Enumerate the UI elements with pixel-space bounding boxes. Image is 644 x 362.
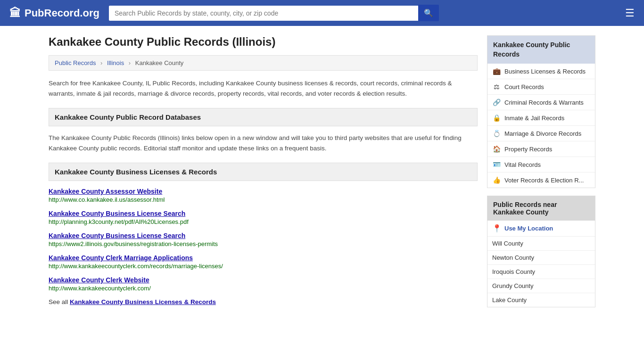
search-bar-container: 🔍 (109, 5, 439, 21)
business-icon: 💼 (492, 67, 501, 75)
sidebar-categories-list: 💼 Business Licenses & Records ⚖ Court Re… (487, 64, 595, 188)
sidebar-item-property[interactable]: 🏠 Property Records (487, 141, 595, 157)
sidebar-records-box: Kankakee County Public Records 💼 Busines… (487, 35, 595, 188)
breadcrumb-sep-2: › (129, 59, 131, 66)
inmate-icon: 🔒 (492, 114, 501, 122)
nearby-county-0[interactable]: Will County (487, 237, 595, 251)
record-title-1[interactable]: Kankakee County Business License Search (49, 210, 185, 217)
logo-text: PubRecord.org (25, 7, 99, 19)
see-all-link[interactable]: Kankakee County Business Licenses & Reco… (70, 298, 216, 305)
breadcrumb-illinois[interactable]: Illinois (107, 59, 124, 66)
criminal-icon: 🔗 (492, 99, 501, 106)
site-logo[interactable]: 🏛 PubRecord.org (9, 7, 99, 20)
breadcrumb-sep-1: › (100, 59, 102, 66)
use-location-label: Use My Location (504, 225, 553, 232)
sidebar-link-property[interactable]: 🏠 Property Records (487, 141, 595, 156)
record-title-4[interactable]: Kankakee County Clerk Website (49, 276, 149, 284)
content-area: Kankakee County Public Records (Illinois… (49, 35, 478, 315)
sidebar-label-property: Property Records (504, 146, 552, 153)
vital-icon: 🪪 (492, 161, 501, 168)
record-url-4: http://www.kankakeecountyclerk.com/ (49, 285, 478, 292)
record-title-0[interactable]: Kankakee County Assessor Website (49, 188, 162, 195)
record-url-1: http://planning.k3county.net/pdf/All%20L… (49, 218, 478, 225)
nearby-county-link-2[interactable]: Iroquois County (492, 268, 590, 275)
sidebar-item-inmate[interactable]: 🔒 Inmate & Jail Records (487, 110, 595, 126)
record-url-2: https://www2.illinois.gov/business/regis… (49, 240, 478, 247)
use-location-item[interactable]: 📍 Use My Location (487, 221, 595, 237)
sidebar: Kankakee County Public Records 💼 Busines… (487, 35, 595, 315)
sidebar-item-business[interactable]: 💼 Business Licenses & Records (487, 64, 595, 79)
sidebar-item-marriage[interactable]: 💍 Marriage & Divorce Records (487, 126, 595, 141)
search-input[interactable] (109, 6, 418, 21)
nearby-county-4[interactable]: Lake County (487, 293, 595, 307)
sidebar-link-vital[interactable]: 🪪 Vital Records (487, 157, 595, 172)
search-button[interactable]: 🔍 (418, 5, 439, 21)
record-entry-4: Kankakee County Clerk Website http://www… (49, 276, 478, 292)
record-url-0: http://www.co.kankakee.il.us/assessor.ht… (49, 196, 478, 203)
marriage-icon: 💍 (492, 130, 501, 137)
sidebar-label-criminal: Criminal Records & Warrants (504, 99, 584, 106)
sidebar-link-business[interactable]: 💼 Business Licenses & Records (487, 64, 595, 79)
record-title-3[interactable]: Kankakee County Clerk Marriage Applicati… (49, 254, 193, 262)
record-entry-3: Kankakee County Clerk Marriage Applicati… (49, 254, 478, 270)
logo-icon: 🏛 (9, 7, 21, 20)
main-container: Kankakee County Public Records (Illinois… (39, 26, 605, 324)
sidebar-link-court[interactable]: ⚖ Court Records (487, 79, 595, 94)
sidebar-label-vital: Vital Records (504, 161, 541, 168)
nearby-county-2[interactable]: Iroquois County (487, 265, 595, 279)
sidebar-nearby-box: Public Records near Kankakee County 📍 Us… (487, 196, 595, 307)
property-icon: 🏠 (492, 145, 501, 153)
page-title: Kankakee County Public Records (Illinois… (49, 35, 478, 49)
record-title-2[interactable]: Kankakee County Business License Search (49, 232, 185, 239)
nearby-county-link-1[interactable]: Newton County (492, 254, 590, 261)
sidebar-link-criminal[interactable]: 🔗 Criminal Records & Warrants (487, 95, 595, 110)
sidebar-item-court[interactable]: ⚖ Court Records (487, 79, 595, 95)
search-icon: 🔍 (424, 9, 433, 17)
hamburger-icon: ☰ (625, 7, 635, 19)
record-entry-0: Kankakee County Assessor Website http://… (49, 188, 478, 203)
sidebar-link-marriage[interactable]: 💍 Marriage & Divorce Records (487, 126, 595, 141)
sidebar-item-vital[interactable]: 🪪 Vital Records (487, 157, 595, 173)
voter-icon: 👍 (492, 176, 501, 184)
db-description: The Kankakee County Public Records (Illi… (49, 133, 478, 153)
court-icon: ⚖ (492, 83, 501, 90)
db-section-header: Kankakee County Public Record Databases (49, 108, 478, 126)
nearby-counties-list: 📍 Use My Location Will County Newton Cou… (487, 221, 595, 307)
nearby-county-link-4[interactable]: Lake County (492, 296, 590, 304)
sidebar-label-court: Court Records (504, 83, 544, 90)
sidebar-label-inmate: Inmate & Jail Records (504, 115, 564, 122)
site-header: 🏛 PubRecord.org 🔍 ☰ (0, 0, 644, 26)
nearby-county-link-0[interactable]: Will County (492, 240, 590, 247)
sidebar-label-business: Business Licenses & Records (504, 68, 586, 75)
breadcrumb: Public Records › Illinois › Kankakee Cou… (49, 55, 478, 71)
sidebar-item-voter[interactable]: 👍 Voter Records & Election R... (487, 173, 595, 188)
record-url-3: http://www.kankakeecountyclerk.com/recor… (49, 263, 478, 270)
sidebar-link-inmate[interactable]: 🔒 Inmate & Jail Records (487, 110, 595, 125)
see-all-container: See all Kankakee County Business License… (49, 298, 478, 305)
sidebar-nearby-title: Public Records near Kankakee County (487, 196, 595, 221)
sidebar-label-marriage: Marriage & Divorce Records (504, 130, 581, 137)
record-entry-2: Kankakee County Business License Search … (49, 232, 478, 247)
page-description: Search for free Kankakee County, IL Publ… (49, 78, 478, 99)
see-all-label: See all (49, 298, 70, 305)
breadcrumb-public-records[interactable]: Public Records (55, 59, 96, 66)
nearby-county-1[interactable]: Newton County (487, 251, 595, 265)
record-entry-1: Kankakee County Business License Search … (49, 210, 478, 225)
breadcrumb-current: Kankakee County (135, 59, 184, 66)
sidebar-link-voter[interactable]: 👍 Voter Records & Election R... (487, 173, 595, 188)
sidebar-records-title: Kankakee County Public Records (487, 36, 595, 64)
location-dot-icon: 📍 (492, 224, 502, 233)
hamburger-menu-button[interactable]: ☰ (625, 7, 635, 19)
sidebar-label-voter: Voter Records & Election R... (504, 177, 584, 184)
nearby-county-link-3[interactable]: Grundy County (492, 282, 590, 289)
business-section-header: Kankakee County Business Licenses & Reco… (49, 163, 478, 181)
sidebar-item-criminal[interactable]: 🔗 Criminal Records & Warrants (487, 95, 595, 110)
nearby-county-3[interactable]: Grundy County (487, 279, 595, 293)
